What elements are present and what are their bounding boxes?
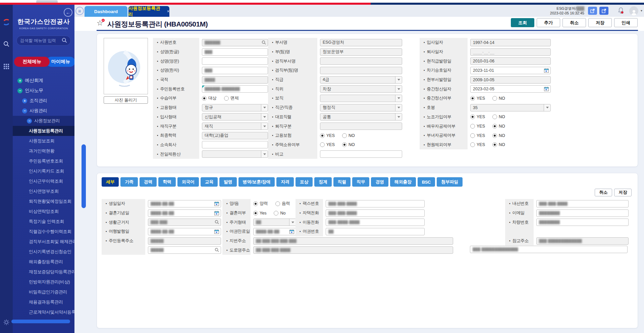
collapse-minus-icon[interactable]: −	[22, 108, 27, 113]
calendar-icon[interactable]	[214, 201, 219, 207]
menu-item-active[interactable]: 사원정보등록관리	[13, 126, 74, 136]
hamburger-menu-icon[interactable]: ≡	[75, 7, 84, 15]
sidebar-scrollbar-vertical[interactable]	[82, 144, 86, 208]
living-base-field[interactable]: ███ ███	[148, 219, 221, 226]
gear-icon[interactable]	[0, 319, 13, 327]
chevron-down-icon[interactable]	[395, 86, 402, 92]
tab-management[interactable]: 경영	[371, 177, 388, 187]
collapse-minus-icon[interactable]: −	[17, 88, 22, 93]
tenure-status-select[interactable]: 재직	[202, 123, 268, 130]
expand-plus-icon[interactable]: +	[22, 98, 27, 103]
tab-career[interactable]: 경력	[140, 177, 157, 187]
calendar-icon[interactable]	[289, 229, 294, 235]
menu-item[interactable]: 인사기록변경신청승인	[13, 247, 74, 257]
collapse-minus-icon[interactable]: −	[27, 118, 32, 124]
name-korean-field[interactable]: ███	[202, 48, 268, 56]
chevron-down-icon[interactable]: ▾	[641, 9, 642, 12]
chevron-down-icon[interactable]	[261, 123, 268, 130]
chevron-down-icon[interactable]	[261, 113, 268, 120]
radio-option[interactable]: YES	[470, 142, 485, 147]
radio-option[interactable]: YES	[470, 114, 485, 119]
tab-license[interactable]: 자격	[276, 177, 293, 187]
search-icon[interactable]	[62, 38, 67, 44]
menu-item[interactable]: 채용결과등록관리	[13, 297, 74, 307]
chevron-down-icon[interactable]	[261, 104, 268, 111]
menu-item[interactable]: 해외출장등록관리	[13, 257, 74, 267]
tab-detail[interactable]: 세부	[102, 177, 119, 187]
tab-appointment[interactable]: 발령	[219, 177, 236, 187]
search-icon[interactable]	[0, 41, 13, 48]
menu-item[interactable]: 비밀취급인가증관리	[13, 287, 74, 297]
menu-item[interactable]: 민방위자원관리(비상)	[13, 277, 74, 287]
radio-option[interactable]: 양력	[253, 201, 268, 206]
radio-option[interactable]: 대상	[202, 95, 217, 101]
sidebar-collapse-icon[interactable]: ←	[64, 8, 72, 17]
menu-item[interactable]: 직렬검수수행이력조회	[13, 227, 74, 237]
passport-issue-date-field[interactable]: ████-██-██	[148, 228, 221, 235]
radio-option[interactable]: YES	[470, 133, 485, 138]
housing-type-select[interactable]: ██	[253, 219, 296, 226]
affiliated-company-field[interactable]	[202, 141, 268, 148]
expand-plus-icon[interactable]: +	[17, 78, 22, 83]
save-button[interactable]: 저장	[588, 18, 612, 27]
job-series-select[interactable]: 공통	[320, 113, 402, 121]
chevron-down-icon[interactable]	[544, 104, 550, 111]
remarks-field[interactable]	[320, 150, 402, 158]
menu-item[interactable]: −인사노무	[13, 86, 74, 96]
chevron-down-icon[interactable]	[289, 219, 296, 226]
next-step-date-field[interactable]: 2023-11-01	[470, 67, 551, 74]
my-menu-button[interactable]: 마이메뉴	[46, 57, 74, 67]
print-button[interactable]: 인쇄	[614, 18, 638, 27]
radio-option[interactable]: Yes	[253, 211, 266, 216]
share-link-icon[interactable]	[599, 7, 608, 15]
home-phone-field[interactable]: ███-███-████	[326, 209, 425, 217]
radio-option[interactable]: YES	[470, 96, 485, 101]
radio-option[interactable]: NO	[492, 124, 505, 129]
tab-education[interactable]: 학력	[158, 177, 175, 187]
sidebar-scrollbar-horizontal[interactable]	[11, 320, 70, 323]
radio-option[interactable]: No	[274, 211, 285, 216]
menu-item[interactable]: 재정보증담당자등록관리	[13, 267, 74, 277]
radio-option[interactable]: 면제	[224, 95, 239, 101]
add-button[interactable]: 추가	[537, 18, 560, 27]
chevron-down-icon[interactable]	[395, 113, 402, 120]
hire-type-select[interactable]: 신입공채	[202, 113, 268, 121]
detail-cancel-button[interactable]: 취소	[595, 189, 612, 196]
employee-number-field[interactable]: ██████	[202, 39, 268, 46]
chevron-down-icon[interactable]	[261, 151, 268, 157]
radio-option[interactable]: NO	[342, 133, 355, 138]
menu-item[interactable]: 주민등록번호조회	[13, 156, 74, 166]
search-icon[interactable]	[215, 248, 219, 253]
menu-item[interactable]: 인사기록카드 조회	[13, 166, 74, 176]
notification-bell-icon[interactable]	[618, 7, 625, 14]
menu-item[interactable]: 과거인력현황	[13, 146, 74, 156]
tab-training[interactable]: 교육	[201, 177, 218, 187]
favorite-star-icon[interactable]: ☆+	[97, 19, 103, 28]
chevron-down-icon[interactable]	[395, 77, 402, 83]
passport-number-field[interactable]: ██	[326, 228, 425, 235]
zip-search-field[interactable]: █████	[148, 246, 221, 254]
search-icon[interactable]	[215, 220, 219, 225]
radio-option[interactable]: NO	[342, 142, 355, 147]
email-field[interactable]: ████████	[536, 209, 629, 217]
interim-settle-date-field[interactable]: 2023-02-05	[470, 85, 551, 93]
tab-family[interactable]: 가족	[120, 177, 138, 187]
photo-upload-button[interactable]: 사진 올리기	[104, 96, 148, 104]
position-select[interactable]: 차장	[320, 85, 402, 93]
job-group-select[interactable]: 행정직	[320, 104, 402, 111]
tab-overseas[interactable]: 해외출장	[390, 177, 416, 187]
calendar-icon[interactable]	[544, 68, 549, 74]
grid-menu-icon[interactable]	[0, 64, 13, 70]
tab-series[interactable]: 직렬	[333, 177, 351, 187]
menu-search-input[interactable]: 검색할 메뉴명 입력	[16, 36, 71, 46]
tab-attachment[interactable]: 첨부파일	[437, 177, 463, 187]
radio-option[interactable]: NO	[492, 114, 505, 119]
chevron-down-icon[interactable]	[395, 104, 402, 111]
tab-employee-info[interactable]: 사원정보등록관리×	[128, 6, 169, 17]
detail-save-button[interactable]: 저장	[614, 189, 632, 196]
close-icon[interactable]: ×	[167, 9, 169, 14]
menu-item[interactable]: 겸직부서조회및 해제관리	[13, 237, 74, 247]
all-menu-button[interactable]: 전체메뉴	[14, 57, 50, 67]
chevron-down-icon[interactable]	[395, 95, 402, 102]
menu-item[interactable]: 인사근무이력조회	[13, 176, 74, 186]
